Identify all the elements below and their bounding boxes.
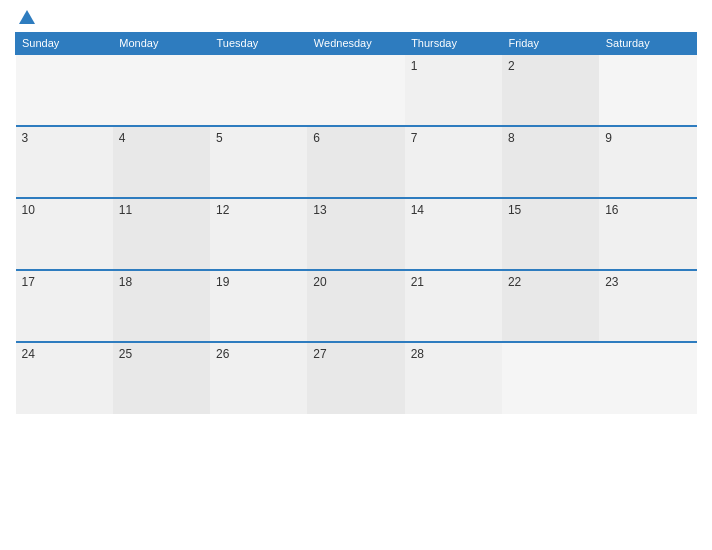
day-number: 18	[119, 275, 132, 289]
header-wednesday: Wednesday	[307, 33, 404, 55]
calendar-week-1: 3456789	[16, 126, 697, 198]
calendar-day	[307, 54, 404, 126]
day-number: 24	[22, 347, 35, 361]
day-number: 19	[216, 275, 229, 289]
calendar-day	[502, 342, 599, 414]
day-number: 3	[22, 131, 29, 145]
calendar-day: 1	[405, 54, 502, 126]
calendar-day: 10	[16, 198, 113, 270]
day-number: 12	[216, 203, 229, 217]
calendar-day: 28	[405, 342, 502, 414]
day-number: 9	[605, 131, 612, 145]
day-number: 15	[508, 203, 521, 217]
day-number: 23	[605, 275, 618, 289]
day-number: 27	[313, 347, 326, 361]
header-thursday: Thursday	[405, 33, 502, 55]
day-number: 16	[605, 203, 618, 217]
header-monday: Monday	[113, 33, 210, 55]
day-number: 1	[411, 59, 418, 73]
day-number: 2	[508, 59, 515, 73]
calendar-container: Sunday Monday Tuesday Wednesday Thursday…	[0, 0, 712, 550]
calendar-week-2: 10111213141516	[16, 198, 697, 270]
day-number: 22	[508, 275, 521, 289]
calendar-day: 3	[16, 126, 113, 198]
day-number: 13	[313, 203, 326, 217]
calendar-day: 8	[502, 126, 599, 198]
day-number: 6	[313, 131, 320, 145]
day-number: 5	[216, 131, 223, 145]
day-number: 26	[216, 347, 229, 361]
calendar-day: 26	[210, 342, 307, 414]
calendar-day: 22	[502, 270, 599, 342]
day-number: 11	[119, 203, 132, 217]
calendar-week-3: 17181920212223	[16, 270, 697, 342]
calendar-header	[15, 10, 697, 24]
day-number: 4	[119, 131, 126, 145]
logo-triangle-icon	[19, 10, 35, 24]
calendar-day: 21	[405, 270, 502, 342]
day-number: 21	[411, 275, 424, 289]
calendar-day: 14	[405, 198, 502, 270]
calendar-day: 9	[599, 126, 696, 198]
calendar-day	[16, 54, 113, 126]
calendar-day: 5	[210, 126, 307, 198]
calendar-day	[599, 54, 696, 126]
header-tuesday: Tuesday	[210, 33, 307, 55]
calendar-day: 11	[113, 198, 210, 270]
day-number: 20	[313, 275, 326, 289]
calendar-day	[210, 54, 307, 126]
header-friday: Friday	[502, 33, 599, 55]
weekday-header-row: Sunday Monday Tuesday Wednesday Thursday…	[16, 33, 697, 55]
logo	[15, 10, 35, 24]
calendar-day: 24	[16, 342, 113, 414]
calendar-day: 27	[307, 342, 404, 414]
calendar-week-0: 12	[16, 54, 697, 126]
calendar-day: 2	[502, 54, 599, 126]
calendar-day: 15	[502, 198, 599, 270]
calendar-day: 23	[599, 270, 696, 342]
header-saturday: Saturday	[599, 33, 696, 55]
calendar-day: 17	[16, 270, 113, 342]
header-sunday: Sunday	[16, 33, 113, 55]
calendar-day: 12	[210, 198, 307, 270]
calendar-day	[599, 342, 696, 414]
calendar-table: Sunday Monday Tuesday Wednesday Thursday…	[15, 32, 697, 414]
day-number: 8	[508, 131, 515, 145]
calendar-day: 7	[405, 126, 502, 198]
calendar-day: 13	[307, 198, 404, 270]
calendar-day: 18	[113, 270, 210, 342]
calendar-day	[113, 54, 210, 126]
day-number: 28	[411, 347, 424, 361]
day-number: 10	[22, 203, 35, 217]
calendar-day: 19	[210, 270, 307, 342]
calendar-day: 20	[307, 270, 404, 342]
day-number: 7	[411, 131, 418, 145]
calendar-day: 16	[599, 198, 696, 270]
calendar-week-4: 2425262728	[16, 342, 697, 414]
calendar-day: 6	[307, 126, 404, 198]
day-number: 25	[119, 347, 132, 361]
day-number: 17	[22, 275, 35, 289]
calendar-day: 4	[113, 126, 210, 198]
day-number: 14	[411, 203, 424, 217]
calendar-day: 25	[113, 342, 210, 414]
